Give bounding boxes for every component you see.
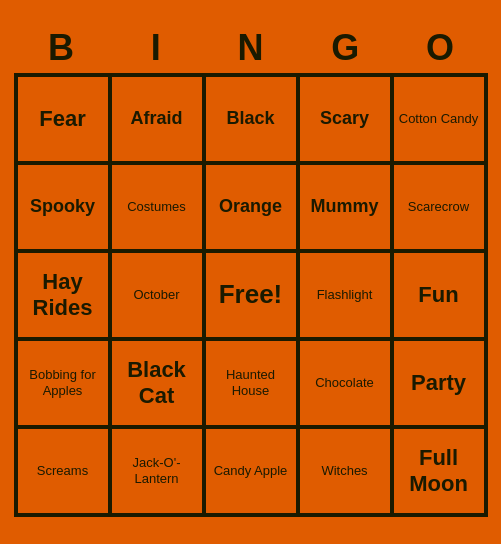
bingo-cell-3: Scary (298, 75, 392, 163)
bingo-cell-text-6: Costumes (127, 199, 186, 215)
bingo-cell-text-12: Free! (219, 279, 283, 310)
bingo-cell-text-18: Chocolate (315, 375, 374, 391)
bingo-cell-9: Scarecrow (392, 163, 486, 251)
bingo-cell-text-9: Scarecrow (408, 199, 469, 215)
bingo-cell-14: Fun (392, 251, 486, 339)
bingo-grid: FearAfraidBlackScaryCotton CandySpookyCo… (14, 73, 488, 517)
bingo-cell-5: Spooky (16, 163, 110, 251)
bingo-cell-text-2: Black (226, 108, 274, 130)
bingo-cell-10: Hay Rides (16, 251, 110, 339)
bingo-cell-16: Black Cat (110, 339, 204, 427)
bingo-cell-text-16: Black Cat (116, 357, 198, 410)
bingo-cell-12: Free! (204, 251, 298, 339)
bingo-cell-19: Party (392, 339, 486, 427)
bingo-cell-20: Screams (16, 427, 110, 515)
bingo-cell-6: Costumes (110, 163, 204, 251)
bingo-cell-0: Fear (16, 75, 110, 163)
bingo-cell-text-24: Full Moon (398, 445, 480, 498)
bingo-cell-text-7: Orange (219, 196, 282, 218)
header-o: O (396, 27, 484, 69)
bingo-cell-text-8: Mummy (310, 196, 378, 218)
bingo-cell-1: Afraid (110, 75, 204, 163)
bingo-cell-7: Orange (204, 163, 298, 251)
bingo-header: B I N G O (14, 27, 488, 69)
bingo-cell-text-10: Hay Rides (22, 269, 104, 322)
bingo-cell-17: Haunted House (204, 339, 298, 427)
bingo-cell-text-19: Party (411, 370, 466, 396)
bingo-cell-text-14: Fun (418, 282, 458, 308)
bingo-cell-2: Black (204, 75, 298, 163)
bingo-cell-8: Mummy (298, 163, 392, 251)
bingo-cell-text-21: Jack-O'-Lantern (116, 455, 198, 486)
bingo-cell-text-1: Afraid (130, 108, 182, 130)
bingo-cell-4: Cotton Candy (392, 75, 486, 163)
bingo-cell-22: Candy Apple (204, 427, 298, 515)
bingo-cell-23: Witches (298, 427, 392, 515)
bingo-cell-18: Chocolate (298, 339, 392, 427)
bingo-cell-text-4: Cotton Candy (399, 111, 479, 127)
header-i: I (112, 27, 200, 69)
header-g: G (301, 27, 389, 69)
header-b: B (17, 27, 105, 69)
bingo-cell-21: Jack-O'-Lantern (110, 427, 204, 515)
bingo-cell-text-17: Haunted House (210, 367, 292, 398)
bingo-cell-text-22: Candy Apple (214, 463, 288, 479)
bingo-cell-text-0: Fear (39, 106, 85, 132)
header-n: N (206, 27, 294, 69)
bingo-cell-text-11: October (133, 287, 179, 303)
bingo-cell-text-20: Screams (37, 463, 88, 479)
bingo-cell-text-3: Scary (320, 108, 369, 130)
bingo-cell-text-5: Spooky (30, 196, 95, 218)
bingo-cell-11: October (110, 251, 204, 339)
bingo-cell-24: Full Moon (392, 427, 486, 515)
bingo-cell-text-23: Witches (321, 463, 367, 479)
bingo-cell-text-15: Bobbing for Apples (22, 367, 104, 398)
bingo-cell-text-13: Flashlight (317, 287, 373, 303)
bingo-cell-13: Flashlight (298, 251, 392, 339)
bingo-cell-15: Bobbing for Apples (16, 339, 110, 427)
bingo-card: B I N G O FearAfraidBlackScaryCotton Can… (6, 19, 496, 525)
